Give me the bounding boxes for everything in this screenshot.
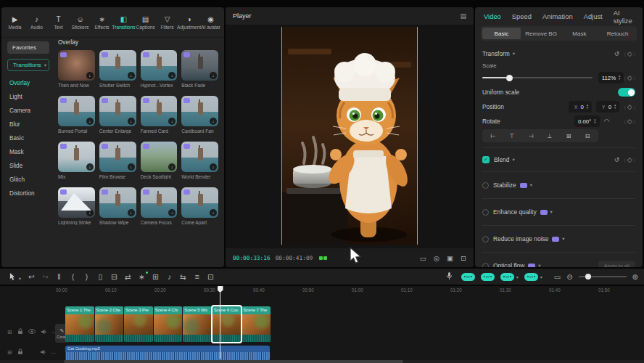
track-options-icon[interactable]: ⊞ xyxy=(7,329,12,335)
apply-to-all-button[interactable]: Apply to all xyxy=(598,261,635,268)
transition-card[interactable]: ↓Burned Portal xyxy=(58,96,95,134)
toolbar-item-transitions[interactable]: ◧Transitions xyxy=(113,15,134,30)
align-center-h-icon[interactable]: ⊞ xyxy=(559,131,578,141)
video-preview[interactable] xyxy=(281,27,418,245)
transition-card[interactable]: ↓Then and Now xyxy=(58,50,95,88)
transition-thumbnail[interactable]: ↓ xyxy=(141,187,178,218)
blend-checkbox[interactable]: ✓ xyxy=(482,156,490,163)
keyframe-icon[interactable]: ◇ xyxy=(627,118,632,125)
zoom-out-icon[interactable]: ⊖ xyxy=(566,273,572,281)
timeline-ruler[interactable]: 00:00 00:10 00:20 00:30 00:40 00:50 01:0… xyxy=(0,286,644,295)
sidebar-item-basic[interactable]: Basic xyxy=(1,131,55,145)
align-bottom-icon[interactable]: ⊥ xyxy=(540,131,559,141)
transition-card[interactable]: ↓Hypnot...Vortex xyxy=(141,50,178,88)
sidebar-item-overlay[interactable]: Overlay xyxy=(1,76,55,90)
linked-selection-toggle[interactable] xyxy=(481,273,495,281)
transition-thumbnail[interactable]: ↓ xyxy=(181,142,218,172)
tab-ai-stylize[interactable]: AI stylize xyxy=(614,9,634,25)
transition-card[interactable]: ↓Cardboard Fan xyxy=(181,96,218,134)
reduce-noise-checkbox[interactable] xyxy=(482,236,489,242)
timeline-clip[interactable]: Scene 7 The xyxy=(242,306,271,342)
timeline-zoom-slider[interactable] xyxy=(579,276,627,277)
sidebar-item-glitch[interactable]: Glitch xyxy=(1,173,55,187)
transition-thumbnail[interactable]: ↓ xyxy=(99,187,136,218)
transition-thumbnail[interactable]: ↓ xyxy=(181,96,218,126)
sidebar-item-camera[interactable]: Camera xyxy=(1,104,55,118)
transition-thumbnail[interactable]: ↓ xyxy=(58,187,95,218)
timeline-clip[interactable]: Scene 3 Pre xyxy=(124,306,153,342)
uniform-scale-toggle[interactable] xyxy=(618,88,635,97)
toolbar-item-ai-avatar[interactable]: ◉AI avatar xyxy=(200,15,221,30)
transition-thumbnail[interactable]: ↓ xyxy=(99,96,136,126)
snap-toggle[interactable] xyxy=(500,273,514,281)
transition-thumbnail[interactable]: ↓ xyxy=(141,50,178,81)
tab-animation[interactable]: Animation xyxy=(542,12,573,20)
scale-slider-thumb[interactable] xyxy=(506,75,513,81)
sidebar-item-light[interactable]: Light xyxy=(1,90,55,104)
delete-button[interactable]: ⊟ xyxy=(107,272,121,281)
transition-card[interactable]: ↓Black Fade xyxy=(181,50,218,88)
keyframe-icon[interactable]: ◇ xyxy=(627,74,632,81)
audio-clip[interactable]: Cat Cooking.mp3 xyxy=(65,346,270,361)
toolbar-item-audio[interactable]: ♪Audio xyxy=(26,15,47,30)
lock-icon[interactable] xyxy=(17,328,23,336)
chevron-down-icon[interactable]: ▾ xyxy=(513,51,515,57)
mute-track-icon[interactable] xyxy=(41,329,47,336)
keyframe-icon[interactable]: ◇ xyxy=(627,156,632,163)
transition-card[interactable]: ↓Shutter Switch xyxy=(99,50,136,88)
rotate-value-input[interactable]: 0.00°▴▾ xyxy=(574,115,600,127)
undo-button[interactable]: ↩ xyxy=(25,272,38,281)
trim-right-button[interactable]: ⟩ xyxy=(80,272,94,281)
fullscreen-icon[interactable]: ⊡ xyxy=(461,254,466,262)
transition-thumbnail[interactable]: ↓ xyxy=(99,50,136,81)
collapse-icon[interactable]: — xyxy=(51,351,56,355)
scale-value-input[interactable]: 112%▴▾ xyxy=(598,72,624,83)
preview-range-toggle[interactable] xyxy=(524,273,538,281)
player-stage[interactable] xyxy=(226,25,474,248)
sidebar-group-transitions[interactable]: Transitions▾ xyxy=(7,59,49,71)
freeze-button[interactable]: ▯ xyxy=(94,272,107,281)
timeline-clip[interactable]: Scene 1 The xyxy=(65,306,94,342)
toolbar-item-media[interactable]: ▶Media xyxy=(4,15,25,30)
transition-thumbnail[interactable]: ↓ xyxy=(58,50,95,81)
timeline-area[interactable]: 00:00 00:10 00:20 00:30 00:40 00:50 01:0… xyxy=(0,286,644,363)
playhead[interactable] xyxy=(220,286,220,359)
toolbar-item-effects[interactable]: ∗Effects xyxy=(91,15,112,30)
transition-card[interactable]: ↓Mix xyxy=(58,142,95,179)
mute-track-icon[interactable] xyxy=(40,349,46,356)
chevron-down-icon[interactable]: ▾ xyxy=(512,157,514,163)
transition-card[interactable]: ↓Camera Focus xyxy=(141,187,178,225)
keyframe-icon[interactable]: ◇ xyxy=(627,103,632,110)
position-x-input[interactable]: X0▴▾ xyxy=(569,101,592,113)
snapshot-icon[interactable]: ◎ xyxy=(434,254,439,262)
record-voiceover-icon[interactable] xyxy=(446,270,453,283)
timeline-clip[interactable]: Scene 2 Che xyxy=(95,306,124,342)
player-menu-icon[interactable]: ▤ xyxy=(460,12,466,20)
transition-card[interactable]: ↓Film Browse xyxy=(99,142,136,179)
toolbar-item-filters[interactable]: ▽Filters xyxy=(157,15,178,30)
subtab-remove-bg[interactable]: Remove BG xyxy=(522,26,561,41)
chevron-down-icon[interactable]: ▾ xyxy=(550,209,553,215)
stepper-icon[interactable]: ▴▾ xyxy=(619,75,620,81)
trim-left-button[interactable]: ⟨ xyxy=(66,272,80,281)
camera-button[interactable]: ⊡ xyxy=(204,272,218,281)
toolbar-item-adjustment[interactable]: ◑Adjustment xyxy=(178,15,199,30)
stabilize-checkbox[interactable] xyxy=(482,182,489,189)
transition-thumbnail[interactable]: ↓ xyxy=(141,96,178,126)
rotate-dial-icon[interactable]: ◠ xyxy=(604,118,610,125)
extract-audio-button[interactable]: ♪ xyxy=(162,272,176,281)
transition-thumbnail[interactable]: ↓ xyxy=(58,142,95,172)
timeline-clip[interactable]: Scene 4 Chi xyxy=(154,306,183,342)
align-center-v-icon[interactable]: ⊟ xyxy=(578,131,597,141)
stepper-icon[interactable]: ▴▾ xyxy=(594,118,595,124)
select-tool-button[interactable]: ▾ xyxy=(6,272,25,282)
enhance-quality-checkbox[interactable] xyxy=(482,209,489,216)
chevron-down-icon[interactable]: ▾ xyxy=(538,263,540,267)
timeline-clip[interactable]: Scene 5 Mix xyxy=(183,306,212,342)
adjust-button[interactable]: ≡ xyxy=(190,272,204,281)
redo-button[interactable]: ↪ xyxy=(38,272,52,281)
hide-track-icon[interactable] xyxy=(28,329,36,335)
preview-window-icon[interactable]: ▭ xyxy=(554,273,561,281)
transition-card[interactable]: ↓Lightning Strike xyxy=(58,187,95,225)
toolbar-item-stickers[interactable]: ☺Stickers xyxy=(70,15,91,30)
